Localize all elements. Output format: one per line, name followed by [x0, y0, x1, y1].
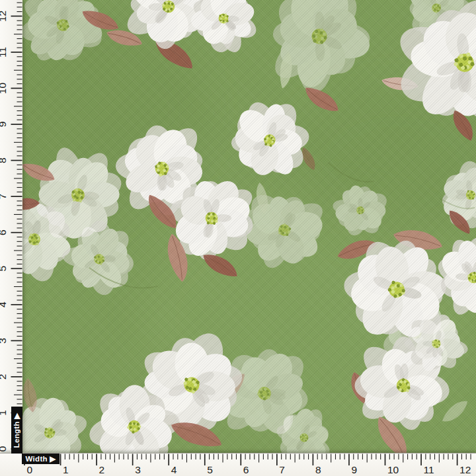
svg-text:5: 5: [207, 464, 213, 475]
svg-text:9: 9: [0, 122, 8, 128]
width-axis-label: Width ▶: [22, 454, 60, 464]
horizontal-ruler: 0123456789101112 inch: [0, 453, 476, 476]
svg-text:1: 1: [0, 410, 8, 416]
svg-text:11: 11: [0, 47, 8, 58]
svg-text:6: 6: [0, 229, 8, 235]
svg-text:10: 10: [0, 83, 8, 95]
svg-text:10: 10: [387, 464, 399, 475]
length-axis-label-text: Length ▶: [13, 413, 22, 448]
svg-text:6: 6: [243, 464, 249, 475]
svg-text:0: 0: [0, 446, 8, 452]
vertical-ruler: 0123456789101112: [0, 0, 22, 453]
svg-text:4: 4: [171, 464, 177, 475]
vertical-ruler-scale: 0123456789101112: [0, 0, 22, 453]
svg-text:8: 8: [0, 157, 8, 163]
svg-text:4: 4: [0, 301, 8, 307]
fabric-product-photo: 0123456789101112 0123456789101112 inch L…: [0, 0, 476, 476]
svg-text:11: 11: [424, 464, 434, 475]
width-axis-label-text: Width ▶: [26, 454, 56, 463]
svg-text:7: 7: [0, 194, 8, 200]
svg-text:2: 2: [99, 464, 105, 475]
horizontal-ruler-scale: 0123456789101112: [0, 454, 476, 476]
svg-text:5: 5: [0, 266, 8, 272]
length-axis-label: Length ▶: [11, 407, 22, 454]
svg-text:0: 0: [27, 464, 33, 475]
svg-text:3: 3: [0, 338, 8, 344]
svg-text:1: 1: [63, 464, 69, 475]
fabric-pattern-image: [0, 0, 476, 476]
svg-text:8: 8: [315, 464, 321, 475]
svg-text:2: 2: [0, 374, 8, 380]
svg-text:3: 3: [135, 464, 141, 475]
svg-text:12: 12: [0, 11, 8, 22]
svg-text:9: 9: [351, 464, 357, 475]
svg-text:7: 7: [279, 464, 285, 475]
svg-text:12: 12: [459, 464, 471, 475]
